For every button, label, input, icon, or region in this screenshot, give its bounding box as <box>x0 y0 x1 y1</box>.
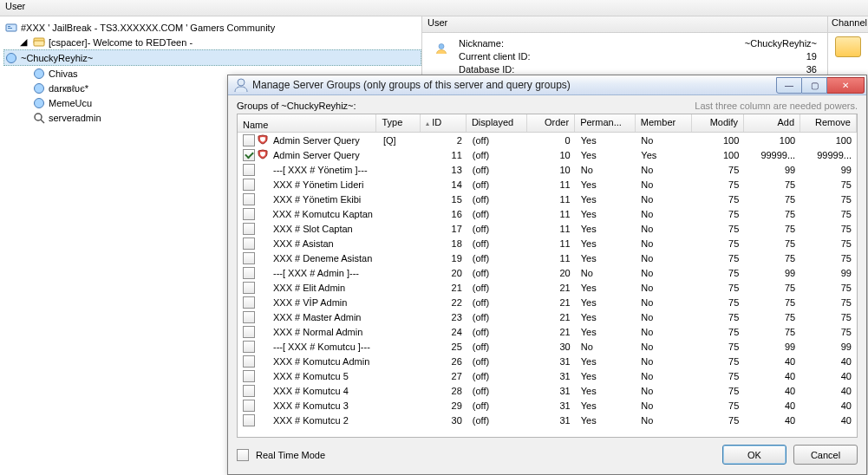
close-button[interactable]: ✕ <box>827 77 865 94</box>
client-name: ~ChuckyReyhiz~ <box>21 53 93 63</box>
cell-remove: 75 <box>800 253 857 264</box>
group-name: ---[ XXX # Yönetim ]--- <box>271 165 368 175</box>
group-checkbox[interactable] <box>243 193 255 205</box>
tree-server[interactable]: #XXX ' JailBreak - TS3.XXXXXX.COM ' Game… <box>5 20 421 35</box>
cell-displayed: (off) <box>467 371 528 381</box>
cell-displayed: (off) <box>467 312 528 322</box>
table-row[interactable]: XXX # Komutcu 329(off)31YesNo754040 <box>238 398 857 413</box>
col-permanent[interactable]: Perman... <box>575 114 636 132</box>
col-displayed[interactable]: Displayed <box>467 114 527 132</box>
cell-id: 11 <box>421 150 467 160</box>
cell-order: 30 <box>527 342 575 352</box>
tree-client[interactable]: ~ChuckyReyhiz~ <box>3 49 421 66</box>
maximize-button[interactable]: ▢ <box>802 77 827 94</box>
svg-point-8 <box>35 98 44 107</box>
group-checkbox[interactable] <box>243 370 255 382</box>
minimize-button[interactable]: — <box>776 77 802 94</box>
cell-id: 17 <box>421 224 467 234</box>
cell-modify: 75 <box>692 312 744 322</box>
group-checkbox[interactable] <box>243 355 255 368</box>
table-row[interactable]: Admin Server Query11(off)10YesYes1009999… <box>238 147 857 162</box>
col-modify[interactable]: Modify <box>692 114 744 132</box>
table-row[interactable]: XXX # Master Admin23(off)21YesNo757575 <box>238 309 857 324</box>
cell-member: No <box>636 283 692 293</box>
table-row[interactable]: XXX # Komutcu 230(off)31YesNo754040 <box>238 413 857 427</box>
cell-id: 2 <box>421 135 467 146</box>
table-row[interactable]: XXX # Asistan18(off)11YesNo757575 <box>238 236 857 251</box>
col-member[interactable]: Member <box>636 114 692 132</box>
group-checkbox[interactable] <box>243 385 255 397</box>
table-row[interactable]: ---[ XXX # Yönetim ]---13(off)10NoNo7599… <box>238 162 857 177</box>
table-row[interactable]: ---[ XXX # Komutcu ]---25(off)30NoNo7599… <box>238 339 857 354</box>
expand-icon[interactable]: ◢ <box>17 36 29 49</box>
group-name: XXX # Komutcu 4 <box>271 386 349 396</box>
group-checkbox[interactable] <box>243 311 255 323</box>
user-info-label: Database ID: <box>459 64 554 75</box>
col-name[interactable]: Name <box>238 114 376 132</box>
cell-displayed: (off) <box>467 268 528 278</box>
table-row[interactable]: XXX # Komutcu 428(off)31YesNo754040 <box>238 383 857 398</box>
group-name: Admin Server Query <box>271 135 360 146</box>
tree-channel[interactable]: ◢ [cspacer]- Welcome to REDTeen - <box>5 35 421 49</box>
group-checkbox[interactable] <box>243 414 255 426</box>
cell-order: 10 <box>527 165 575 175</box>
group-name: XXX # Slot Captan <box>271 224 353 234</box>
group-checkbox[interactable] <box>243 238 255 250</box>
cell-member: No <box>636 224 692 234</box>
group-checkbox[interactable] <box>243 223 255 235</box>
client-blue-icon <box>33 82 45 94</box>
group-checkbox[interactable] <box>243 179 255 191</box>
cell-displayed: (off) <box>467 415 528 426</box>
dialog-titlebar[interactable]: Manage Server Groups (only groups of thi… <box>228 75 866 95</box>
cell-order: 21 <box>527 312 575 322</box>
table-row[interactable]: XXX # Komutcu Kaptan16(off)11YesNo757575 <box>238 206 857 221</box>
panel-title-user-right: User <box>422 16 827 33</box>
groups-grid[interactable]: Name Type ID Displayed Order Perman... M… <box>237 114 858 438</box>
group-checkbox[interactable] <box>243 134 255 146</box>
col-id[interactable]: ID <box>421 114 467 132</box>
group-checkbox[interactable] <box>243 296 255 309</box>
svg-point-12 <box>238 79 245 86</box>
groups-of-name: ~ChuckyReyhiz~: <box>281 101 356 111</box>
cell-order: 11 <box>527 209 575 219</box>
group-checkbox[interactable] <box>243 267 255 279</box>
cell-remove: 75 <box>800 238 857 249</box>
table-row[interactable]: XXX # VİP Admin22(off)21YesNo757575 <box>238 295 857 309</box>
table-row[interactable]: XXX # Yönetim Ekibi15(off)11YesNo757575 <box>238 192 857 206</box>
group-checkbox[interactable] <box>243 400 255 412</box>
cell-add: 75 <box>744 194 800 205</box>
group-checkbox[interactable] <box>243 341 255 353</box>
table-row[interactable]: XXX # Slot Captan17(off)11YesNo757575 <box>238 221 857 236</box>
col-add[interactable]: Add <box>744 114 800 132</box>
group-checkbox[interactable] <box>243 208 255 220</box>
table-row[interactable]: XXX # Yönetim Lideri14(off)11YesNo757575 <box>238 177 857 192</box>
table-row[interactable]: XXX # Komutcu 527(off)31YesNo754040 <box>238 368 857 383</box>
table-row[interactable]: XXX # Deneme Asistan19(off)11YesNo757575 <box>238 251 857 265</box>
cell-id: 24 <box>421 327 467 337</box>
cell-id: 27 <box>421 371 467 381</box>
group-checkbox[interactable] <box>243 326 255 338</box>
table-row[interactable]: XXX # Normal Admin24(off)21YesNo757575 <box>238 324 857 339</box>
col-type[interactable]: Type <box>376 114 421 132</box>
ok-button[interactable]: OK <box>722 445 786 465</box>
col-remove[interactable]: Remove <box>800 114 857 132</box>
table-row[interactable]: XXX # Komutcu Admin26(off)31YesNo754040 <box>238 354 857 368</box>
cell-modify: 75 <box>692 415 744 426</box>
table-row[interactable]: Admin Server Query[Q]2(off)0YesNo1001001… <box>238 133 857 147</box>
table-row[interactable]: XXX # Elit Admin21(off)21YesNo757575 <box>238 280 857 295</box>
cancel-button[interactable]: Cancel <box>793 445 858 465</box>
realtime-checkbox[interactable] <box>237 449 249 461</box>
group-checkbox[interactable] <box>243 282 255 294</box>
cell-remove: 75 <box>800 194 857 205</box>
cell-add: 75 <box>744 209 800 219</box>
cell-order: 31 <box>527 371 575 381</box>
cell-remove: 75 <box>800 297 857 308</box>
col-order[interactable]: Order <box>527 114 576 132</box>
cell-permanent: Yes <box>576 283 636 293</box>
group-checkbox[interactable] <box>243 252 255 264</box>
cell-add: 75 <box>744 238 800 249</box>
group-checkbox[interactable] <box>243 164 255 176</box>
table-row[interactable]: ---[ XXX # Admin ]---20(off)20NoNo759999 <box>238 265 857 280</box>
group-checkbox[interactable] <box>243 149 255 161</box>
cell-add: 40 <box>744 371 800 381</box>
